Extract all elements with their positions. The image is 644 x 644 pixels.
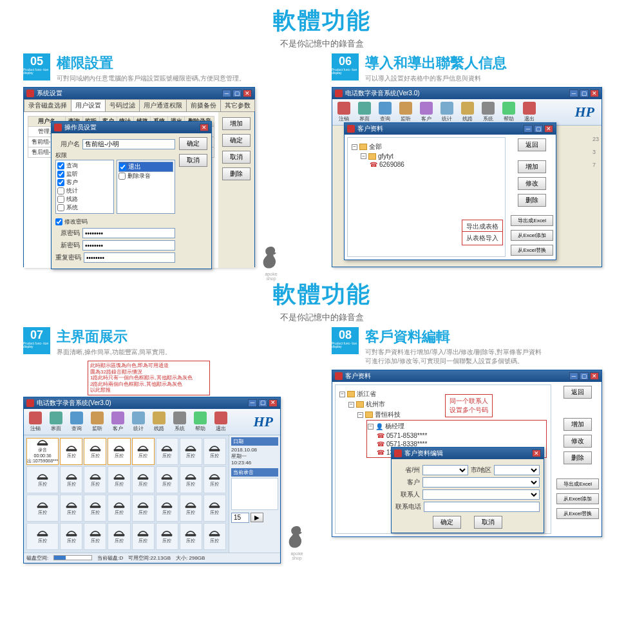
export-excel-button[interactable]: 导出成Excel [511, 215, 553, 226]
tb-system[interactable]: 系统 [478, 101, 498, 123]
channel-cell[interactable]: 压控 [156, 466, 178, 493]
tab-users[interactable]: 用户设置 [71, 99, 106, 111]
tb-logout[interactable]: 注销 [26, 411, 45, 433]
tb-stats[interactable]: 统计 [437, 101, 457, 123]
newpwd-input[interactable] [82, 240, 175, 251]
replace-excel-button[interactable]: 从Excel替换 [511, 245, 553, 256]
tb-customer[interactable]: 客户 [108, 411, 128, 433]
titlebar[interactable]: 客户资料编辑 ✕ [392, 448, 544, 459]
channel-cell[interactable]: 压控 [60, 438, 82, 465]
page-input[interactable] [231, 513, 249, 523]
channel-cell[interactable]: 压控 [204, 438, 226, 465]
back-button[interactable]: 返回 [564, 386, 592, 399]
channel-cell[interactable]: 压控 [84, 523, 106, 550]
tb-customer[interactable]: 客户 [417, 101, 436, 123]
tb-monitor[interactable]: 监听 [88, 411, 107, 433]
tab-channel[interactable]: 用户通道权限 [139, 99, 187, 111]
channel-cell[interactable]: 压控 [204, 466, 226, 493]
city-select[interactable] [494, 465, 540, 475]
oldpwd-input[interactable] [82, 228, 175, 238]
customer-tree[interactable]: −浙江省 −杭州市 −普恒科技 −👤杨经理 ☎0571-8538**** ☎05… [335, 384, 551, 534]
contact-select[interactable] [422, 489, 540, 500]
perm-check[interactable] [57, 196, 64, 203]
channel-cell[interactable]: 压控 [132, 438, 155, 465]
cancel-button[interactable]: 取消 [222, 151, 251, 164]
tab-filter[interactable]: 号码过滤 [105, 99, 140, 111]
minimize-button[interactable]: ─ [569, 372, 578, 380]
tb-exit[interactable]: 退出 [211, 411, 231, 433]
expand-icon[interactable]: − [352, 144, 357, 150]
channel-cell[interactable]: 压控 [108, 466, 130, 493]
back-button[interactable]: 返回 [518, 138, 546, 151]
titlebar[interactable]: 客户资料 ─▢✕ [332, 370, 601, 382]
channel-cell[interactable]: 压控 [156, 438, 178, 465]
minimize-button[interactable]: ─ [248, 399, 257, 407]
tab-backup[interactable]: 前摄备份 [186, 99, 221, 111]
replace-excel-button[interactable]: 从Excel替换 [556, 508, 599, 519]
customer-select[interactable] [422, 477, 540, 488]
channel-cell[interactable]: 压控 [180, 495, 202, 522]
close-button[interactable]: ✕ [532, 450, 541, 457]
maximize-button[interactable]: ▢ [534, 125, 543, 133]
tb-query[interactable]: 查询 [375, 101, 395, 123]
import-excel-button[interactable]: 从Excel添加 [511, 230, 553, 241]
expand-icon[interactable]: − [339, 392, 345, 397]
maximize-button[interactable]: ▢ [580, 90, 589, 97]
expand-icon[interactable]: − [368, 424, 374, 430]
channel-cell[interactable]: 压控 [204, 495, 226, 522]
channel-cell[interactable]: 压控 [180, 523, 202, 550]
channel-cell[interactable]: 压控 [180, 438, 202, 465]
phone-input[interactable] [424, 502, 540, 512]
expand-icon[interactable]: − [361, 153, 366, 159]
tab-other[interactable]: 其它参数 [220, 99, 255, 111]
delete-button[interactable]: 删除 [518, 194, 546, 207]
tb-query[interactable]: 查询 [67, 411, 86, 433]
perm-check[interactable] [57, 171, 64, 178]
channel-cell[interactable]: 压控 [26, 495, 59, 522]
perm-check[interactable] [118, 173, 126, 180]
perm-check[interactable] [57, 204, 64, 211]
delete-button[interactable]: 删除 [222, 167, 251, 180]
cancel-button[interactable]: 取消 [474, 516, 502, 529]
channel-cell[interactable]: 压控 [204, 523, 226, 550]
ok-button[interactable]: 确定 [222, 134, 251, 147]
perm-check[interactable] [57, 179, 64, 186]
tb-stats[interactable]: 统计 [129, 411, 148, 433]
tb-lines[interactable]: 线路 [149, 411, 169, 433]
channel-cell[interactable]: 压控 [156, 495, 178, 522]
perm-check[interactable] [57, 187, 64, 194]
titlebar[interactable]: 操作员设置 ✕ [52, 122, 211, 133]
titlebar[interactable]: 客户资料 ─▢✕ [345, 123, 556, 135]
channel-cell[interactable]: 压控 [84, 495, 106, 522]
close-button[interactable]: ✕ [200, 124, 209, 131]
delete-button[interactable]: 删除 [564, 451, 592, 464]
tb-logout[interactable]: 注销 [334, 101, 354, 123]
ok-button[interactable]: 确定 [179, 137, 207, 150]
channel-cell[interactable]: 压控 [60, 466, 82, 493]
close-button[interactable]: ✕ [590, 90, 599, 97]
add-button[interactable]: 增加 [518, 160, 546, 173]
close-button[interactable]: ✕ [269, 399, 278, 407]
tb-system[interactable]: 系统 [170, 411, 189, 433]
titlebar[interactable]: 电话数字录音系统(Ver3.0) ─▢✕ [24, 397, 280, 409]
ok-button[interactable]: 确定 [433, 516, 461, 529]
modify-button[interactable]: 修改 [564, 435, 592, 448]
channel-cell[interactable]: 压控 [108, 438, 130, 465]
cancel-button[interactable]: 取消 [179, 154, 207, 167]
titlebar[interactable]: 电话数字录音系统(Ver3.0) ─▢✕ [332, 88, 601, 99]
expand-icon[interactable]: − [348, 402, 354, 408]
channel-cell[interactable]: 压控 [132, 495, 155, 522]
modify-button[interactable]: 修改 [518, 177, 546, 190]
minimize-button[interactable]: ─ [569, 90, 578, 97]
close-button[interactable]: ✕ [590, 372, 599, 380]
maximize-button[interactable]: ▢ [232, 90, 242, 97]
close-button[interactable]: ✕ [243, 90, 252, 97]
perm-check[interactable] [57, 162, 64, 169]
change-pwd-check[interactable] [55, 218, 62, 225]
tb-exit[interactable]: 退出 [520, 101, 539, 123]
channel-cell[interactable]: 压控 [84, 438, 106, 465]
minimize-button[interactable]: ─ [222, 90, 231, 97]
channel-cell[interactable]: 压控 [180, 466, 202, 493]
titlebar[interactable]: 系统设置 ─ ▢ ✕ [24, 88, 254, 99]
tb-help[interactable]: 帮助 [191, 411, 210, 433]
